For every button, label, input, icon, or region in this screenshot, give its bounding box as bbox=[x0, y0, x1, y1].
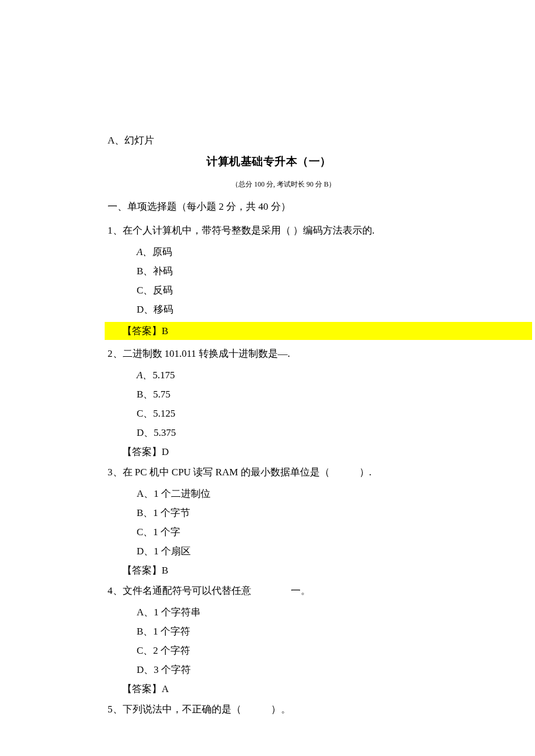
option-text: 5.75 bbox=[153, 389, 170, 400]
answer-label: 【答案】 bbox=[122, 325, 162, 336]
answer: 【答案】B bbox=[108, 564, 430, 577]
option-label: D、 bbox=[137, 304, 154, 315]
document-subtitle: （总分 100 分, 考试时长 90 分 B） bbox=[108, 180, 430, 189]
answer-value: B bbox=[162, 565, 168, 576]
question-text: 3、在 PC 机中 CPU 读写 RAM 的最小数据单位是（ ）. bbox=[108, 465, 430, 479]
option-label: D、 bbox=[137, 427, 154, 438]
option-a: A、1 个字符串 bbox=[108, 605, 430, 619]
option-label: A、 bbox=[137, 246, 152, 257]
question-3: 3、在 PC 机中 CPU 读写 RAM 的最小数据单位是（ ）. A、1 个二… bbox=[108, 465, 430, 577]
option-c: C、2 个字符 bbox=[108, 644, 430, 657]
option-text: 1 个字符 bbox=[153, 626, 190, 637]
section-heading: 一、单项选择题（每小题 2 分，共 40 分） bbox=[108, 200, 430, 213]
option-label: B、 bbox=[137, 626, 153, 637]
option-text: 补码 bbox=[153, 266, 173, 277]
option-text: 1 个字节 bbox=[153, 507, 190, 518]
answer-label: 【答案】 bbox=[122, 683, 162, 694]
question-5: 5、下列说法中，不正确的是（ ）。 bbox=[108, 703, 430, 716]
document-page: A、幻灯片 计算机基础专升本（一） （总分 100 分, 考试时长 90 分 B… bbox=[0, 0, 535, 756]
option-label: C、 bbox=[137, 408, 153, 419]
question-4: 4、文件名通配符号可以代替任意 一。 A、1 个字符串 B、1 个字符 C、2 … bbox=[108, 584, 430, 696]
option-text: 1 个字符串 bbox=[154, 607, 201, 618]
question-1: 1、在个人计算机中，带符号整数是采用（ ）编码方法表示的. A、原码 B、补码 … bbox=[108, 224, 430, 340]
option-c: C、反码 bbox=[108, 284, 430, 297]
question-text: 2、二进制数 101.011 转换成十进制数是—. bbox=[108, 347, 430, 360]
option-b: B、5.75 bbox=[108, 388, 430, 401]
option-d: D、5.375 bbox=[108, 426, 430, 439]
option-b: B、1 个字符 bbox=[108, 625, 430, 638]
answer-label: 【答案】 bbox=[122, 565, 162, 576]
option-text: 1 个字 bbox=[153, 526, 180, 538]
option-label: C、 bbox=[137, 285, 153, 296]
option-text: 5.175 bbox=[152, 370, 174, 381]
answer-highlighted: 【答案】B bbox=[105, 322, 532, 340]
option-text: 1 个扇区 bbox=[154, 546, 191, 557]
question-text: 5、下列说法中，不正确的是（ ）。 bbox=[108, 703, 430, 716]
option-label: B、 bbox=[137, 266, 153, 277]
answer-value: D bbox=[162, 446, 169, 457]
option-label: A、 bbox=[137, 607, 154, 618]
question-text: 4、文件名通配符号可以代替任意 一。 bbox=[108, 584, 430, 597]
option-a: A、原码 bbox=[108, 245, 430, 259]
option-d: D、3 个字符 bbox=[108, 663, 430, 676]
option-c: C、1 个字 bbox=[108, 525, 430, 539]
option-text: 5.125 bbox=[153, 408, 175, 419]
stray-option: A、幻灯片 bbox=[108, 134, 430, 147]
option-label: D、 bbox=[137, 546, 154, 557]
answer: 【答案】D bbox=[108, 445, 430, 458]
answer-label: 【答案】 bbox=[122, 446, 162, 457]
question-text: 1、在个人计算机中，带符号整数是采用（ ）编码方法表示的. bbox=[108, 224, 430, 237]
option-label: B、 bbox=[137, 389, 153, 400]
document-title: 计算机基础专升本（一） bbox=[108, 154, 430, 169]
answer: 【答案】A bbox=[108, 682, 430, 696]
option-text: 移码 bbox=[154, 304, 173, 315]
option-a: A、1 个二进制位 bbox=[108, 487, 430, 500]
option-a: A、5.175 bbox=[108, 368, 430, 382]
option-b: B、1 个字节 bbox=[108, 506, 430, 519]
question-2: 2、二进制数 101.011 转换成十进制数是—. A、5.175 B、5.75… bbox=[108, 347, 430, 458]
option-text: 3 个字符 bbox=[154, 664, 191, 675]
answer-value: B bbox=[162, 325, 168, 336]
option-text: 1 个二进制位 bbox=[154, 488, 211, 499]
option-d: D、移码 bbox=[108, 303, 430, 316]
option-label: A、 bbox=[137, 488, 154, 499]
option-text: 反码 bbox=[153, 285, 173, 296]
option-b: B、补码 bbox=[108, 264, 430, 278]
option-text: 5.375 bbox=[154, 427, 176, 438]
option-d: D、1 个扇区 bbox=[108, 544, 430, 558]
option-text: 原码 bbox=[152, 246, 172, 257]
option-label: C、 bbox=[137, 645, 153, 656]
option-c: C、5.125 bbox=[108, 407, 430, 420]
option-label: B、 bbox=[137, 507, 153, 518]
option-text: 2 个字符 bbox=[153, 645, 190, 656]
option-label: D、 bbox=[137, 664, 154, 675]
option-label: A、 bbox=[137, 370, 152, 381]
answer-value: A bbox=[162, 683, 169, 694]
option-label: C、 bbox=[137, 526, 153, 538]
